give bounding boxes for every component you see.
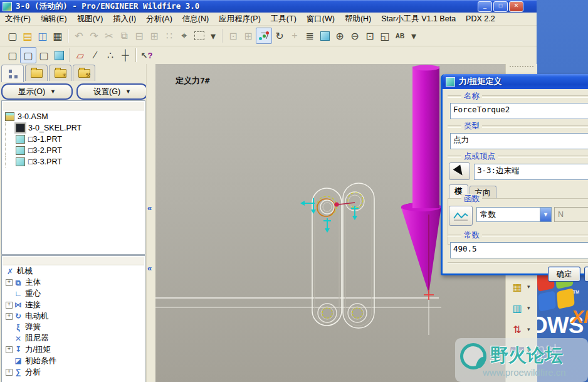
mech-item-motors[interactable]: + ↻ 电动机 <box>2 310 145 322</box>
saved-views-dropdown-icon[interactable]: ▾ <box>407 28 420 43</box>
tree-row-part3[interactable]: □3-3.PRT <box>2 156 145 167</box>
drag-tool[interactable]: ⇅ ▾ <box>509 322 530 337</box>
menu-info[interactable]: 信息(N) <box>177 13 214 26</box>
datum-plane-toggle-icon[interactable]: ▱ <box>73 48 88 63</box>
reorient-icon[interactable]: ◱ <box>377 28 392 43</box>
print-icon[interactable]: ▦ <box>50 28 65 43</box>
function-select[interactable]: 常数 ▼ <box>476 207 552 222</box>
no-hidden-icon[interactable]: ▢ <box>36 48 51 63</box>
expand-icon[interactable]: + <box>6 279 13 286</box>
mech-item-initial-conditions[interactable]: ◪ 初始条件 <box>2 355 145 366</box>
playback-tool[interactable]: ▥ ▾ <box>509 300 530 316</box>
menu-window[interactable]: 窗口(W) <box>302 13 340 26</box>
constant-label: 常数 <box>461 230 482 241</box>
expand-icon[interactable]: + <box>6 369 13 376</box>
cut-icon[interactable]: ✂ <box>102 28 117 43</box>
pan-zoom-icon[interactable]: + <box>287 28 302 43</box>
tab-favorites[interactable]: ✳ <box>49 65 71 81</box>
tab-connections[interactable]: ⚒ <box>73 65 95 81</box>
find-icon[interactable]: ⌖ <box>177 28 192 43</box>
tree-row-skeleton[interactable]: 3-0_SKEL.PRT <box>2 122 145 134</box>
zoom-in-icon[interactable]: ⊕ <box>332 28 347 43</box>
mech-item-analyses[interactable]: + ∑ 分析 <box>2 366 145 378</box>
orient-mode-icon[interactable]: ↻ <box>272 28 287 43</box>
zoom-out-icon[interactable]: ⊖ <box>347 28 362 43</box>
maximize-button[interactable]: □ <box>493 1 508 12</box>
context-help-icon[interactable]: ↖? <box>139 48 154 63</box>
mech-root[interactable]: ✗ 机械 <box>2 266 145 277</box>
select-box-icon[interactable] <box>192 28 207 43</box>
tab-model-tree[interactable] <box>1 65 24 82</box>
collapse-chevron-icon[interactable]: « <box>147 263 152 273</box>
menu-analysis[interactable]: 分析(A) <box>141 13 177 26</box>
datum-point-toggle-icon[interactable]: ∴ <box>103 48 118 63</box>
combo-dropdown-icon[interactable]: ▼ <box>540 208 551 221</box>
save-icon[interactable]: ◫ <box>35 28 50 43</box>
copy-icon[interactable]: ⧉ <box>117 28 132 43</box>
paste-special-icon[interactable]: ⊞ <box>147 28 162 43</box>
expand-icon[interactable]: + <box>6 313 13 320</box>
refit-icon[interactable]: ⊡ <box>362 28 377 43</box>
paste-icon[interactable]: ⊟ <box>132 28 147 43</box>
ok-button[interactable]: 确定 <box>548 267 580 282</box>
expand-icon[interactable]: + <box>6 302 13 309</box>
select-dropdown-icon[interactable]: ▾ <box>207 28 219 43</box>
graph-function-button[interactable] <box>449 206 473 226</box>
type-select[interactable]: 点力 <box>450 133 588 149</box>
spin-center-icon[interactable] <box>256 28 272 44</box>
menu-edit[interactable]: 编辑(E) <box>36 13 72 26</box>
tree-row-part2[interactable]: □3-2.PRT <box>2 145 145 156</box>
redo-icon[interactable]: ↷ <box>87 28 102 43</box>
collapse-chevron-icon[interactable]: « <box>147 203 152 213</box>
title-bar[interactable]: 3-0 (活动的) - Pro/ENGINEER Wildfire 3.0 _ … <box>0 0 537 13</box>
window-tile-icon[interactable]: ⊞ <box>241 28 256 43</box>
constant-input[interactable]: 490.5 <box>450 242 588 258</box>
settings-button[interactable]: 设置(G)▼ <box>76 83 148 100</box>
layers-icon[interactable]: ≣ <box>302 28 317 43</box>
menu-help[interactable]: 帮助(H) <box>340 13 376 26</box>
tab-folder-browser[interactable] <box>25 65 48 81</box>
wireframe-icon[interactable]: ▢ <box>5 48 20 63</box>
menu-pdx[interactable]: PDX 2.2 <box>461 13 500 24</box>
menu-applications[interactable]: 应用程序(P) <box>214 13 266 26</box>
playback-icon: ▥ <box>509 300 525 316</box>
measures-tool[interactable]: ▦ ▾ <box>509 279 530 294</box>
new-file-icon[interactable]: ▢ <box>5 28 20 43</box>
menu-insert[interactable]: 插入(I) <box>108 13 141 26</box>
mech-item-gravity[interactable]: ∟ 重心 <box>2 289 145 300</box>
close-button[interactable]: ✕ <box>509 1 523 12</box>
datum-csys-toggle-icon[interactable]: ┼ <box>118 48 133 63</box>
mech-item-dampers[interactable]: ✕ 阻尼器 <box>2 333 145 344</box>
undo-icon[interactable]: ↶ <box>71 28 87 43</box>
name-input[interactable]: ForceTorque2 <box>450 103 588 119</box>
dropdown-icon[interactable]: ▾ <box>527 284 530 290</box>
saved-views-icon[interactable]: AB <box>392 28 407 43</box>
menu-file[interactable]: 文件(F) <box>0 13 36 26</box>
window-activate-icon[interactable]: ⊡ <box>226 28 241 43</box>
show-button[interactable]: 显示(O)▼ <box>1 83 73 100</box>
mech-item-bodies[interactable]: + ⧉ 主体 <box>2 277 145 289</box>
regenerate-icon[interactable]: ∷ <box>162 28 177 43</box>
datum-axis-toggle-icon[interactable]: ∕ <box>88 48 103 63</box>
mech-item-forces[interactable]: + ↧ 力/扭矩 <box>2 344 145 356</box>
select-reference-button[interactable] <box>449 162 470 180</box>
point-reference-field[interactable]: 3-3:边末端 <box>474 164 588 180</box>
shaded-view-icon[interactable] <box>317 28 332 43</box>
dropdown-icon[interactable]: ▾ <box>527 326 530 332</box>
hidden-line-icon[interactable]: ▢ <box>20 47 36 63</box>
expand-icon[interactable]: + <box>6 346 13 353</box>
tree-row-part1[interactable]: □3-1.PRT <box>2 134 145 145</box>
menu-star-tools[interactable]: Star小工具 V1.1 Beta <box>376 13 461 26</box>
mech-item-connections[interactable]: + ⋈ 连接 <box>2 299 145 310</box>
shading-icon[interactable] <box>51 48 66 63</box>
menu-tools[interactable]: 工具(T) <box>266 13 302 26</box>
toolbar-grip[interactable] <box>510 66 533 71</box>
minimize-button[interactable]: _ <box>478 1 492 12</box>
tree-row-assembly[interactable]: 3-0.ASM <box>2 111 145 122</box>
dialog-title-bar[interactable]: 力/扭矩定义 <box>443 74 588 89</box>
menu-view[interactable]: 视图(V) <box>72 13 108 26</box>
mech-item-springs[interactable]: ξ 弹簧 <box>2 322 145 333</box>
open-file-icon[interactable]: ▤ <box>20 28 35 43</box>
apply-button[interactable]: 应用 <box>584 267 588 282</box>
dropdown-icon[interactable]: ▾ <box>527 305 530 311</box>
